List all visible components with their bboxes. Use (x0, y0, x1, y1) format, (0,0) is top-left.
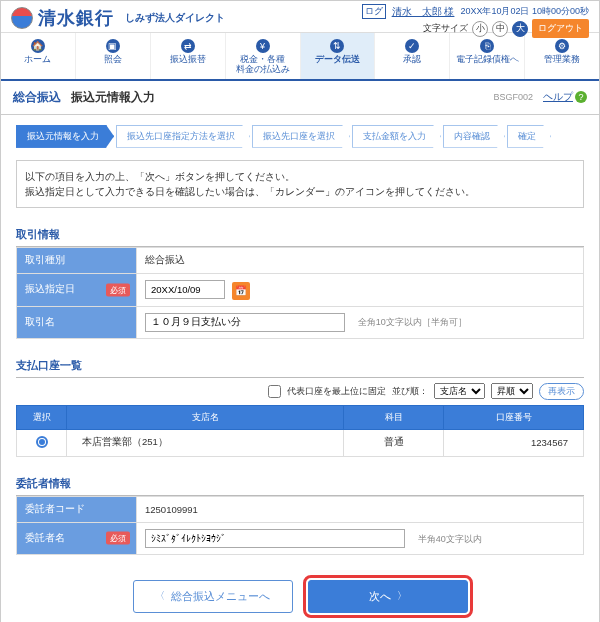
nav-item-3[interactable]: ¥税金・各種料金の払込み (226, 33, 301, 79)
step-5: 確定 (507, 125, 551, 148)
help-link[interactable]: ヘルプ? (543, 90, 587, 104)
service-name: しみず法人ダイレクト (125, 11, 225, 25)
step-2: 振込先口座を選択 (252, 125, 350, 148)
nav-icon: ⚙ (555, 39, 569, 53)
step-1: 振込先口座指定方法を選択 (116, 125, 250, 148)
nav-label: 承認 (377, 55, 447, 65)
step-4: 内容確認 (443, 125, 505, 148)
col-type: 科目 (344, 405, 444, 429)
client-code-label: 委託者コード (17, 496, 137, 522)
list-controls: 代表口座を最上位に固定 並び順： 支店名 昇順 再表示 (16, 378, 584, 405)
nav-label: データ伝送 (303, 55, 373, 65)
nav-icon: ¥ (256, 39, 270, 53)
bank-name: 清水銀行 (38, 6, 114, 30)
intro-line: 振込指定日として入力できる日を確認したい場合は、「カレンダー」のアイコンを押して… (25, 184, 575, 199)
logout-button[interactable]: ログアウト (532, 19, 589, 38)
nav-item-7[interactable]: ⚙管理業務 (525, 33, 599, 79)
user-badge: ログ (362, 4, 386, 19)
nav-label: 管理業務 (527, 55, 597, 65)
nav-label: 照会 (78, 55, 148, 65)
account-table: 選択 支店名 科目 口座番号 本店営業部（251） 普通 1234567 (16, 405, 584, 457)
section-title-account: 支払口座一覧 (16, 354, 584, 378)
font-size-control: 文字サイズ 小 中 大 ログアウト (423, 19, 589, 38)
required-badge: 必須 (106, 283, 130, 296)
nav-icon: ✓ (405, 39, 419, 53)
nav-icon: ⎘ (480, 39, 494, 53)
number-cell: 1234567 (444, 429, 584, 456)
header: 清水銀行 しみず法人ダイレクト ログ 清水 太郎 様 20XX年10月02日 1… (1, 1, 599, 32)
client-name-input[interactable] (145, 529, 405, 548)
nav-item-4[interactable]: ⇅データ伝送 (301, 33, 376, 79)
type-value: 総合振込 (137, 248, 584, 274)
nav-item-5[interactable]: ✓承認 (375, 33, 450, 79)
col-select: 選択 (17, 405, 67, 429)
datetime: 20XX年10月02日 10時00分00秒 (460, 5, 589, 18)
step-0: 振込元情報を入力 (16, 125, 114, 148)
section-title-transaction: 取引情報 (16, 223, 584, 247)
transaction-name-input[interactable] (145, 313, 345, 332)
nav-icon: ⇄ (181, 39, 195, 53)
intro-line: 以下の項目を入力の上、「次へ」ボタンを押してください。 (25, 169, 575, 184)
nav-item-6[interactable]: ⎘電子記録債権へ (450, 33, 525, 79)
calendar-icon[interactable]: 📅 (232, 282, 250, 300)
font-small-button[interactable]: 小 (472, 21, 488, 37)
nav-item-0[interactable]: 🏠ホーム (1, 33, 76, 79)
nav-icon: ⇅ (330, 39, 344, 53)
col-number: 口座番号 (444, 405, 584, 429)
transaction-table: 取引種別 総合振込 振込指定日 必須 📅 取引名 全角10文字以内［半角可］ (16, 247, 584, 338)
client-code-value: 1250109991 (137, 496, 584, 522)
sort-label: 並び順： (392, 385, 428, 398)
user-name-link[interactable]: 清水 太郎 様 (392, 5, 455, 19)
back-button[interactable]: 〈 総合振込メニューへ (133, 580, 293, 613)
date-label: 振込指定日 必須 (17, 274, 137, 306)
name-hint: 全角10文字以内［半角可］ (358, 317, 467, 327)
client-table: 委託者コード 1250109991 委託者名 必須 半角40文字以内 (16, 496, 584, 555)
step-indicator: 振込元情報を入力振込先口座指定方法を選択振込先口座を選択支払金額を入力内容確認確… (16, 125, 584, 148)
category: 総合振込 (13, 89, 61, 106)
fix-checkbox[interactable] (268, 385, 281, 398)
nav-label: 税金・各種料金の払込み (228, 55, 298, 75)
col-branch: 支店名 (67, 405, 344, 429)
page-title: 振込元情報入力 (71, 89, 155, 106)
name-label: 取引名 (17, 306, 137, 338)
required-badge: 必須 (106, 532, 130, 545)
nav-label: 電子記録債権へ (452, 55, 522, 65)
date-input[interactable] (145, 280, 225, 299)
table-row: 本店営業部（251） 普通 1234567 (17, 429, 584, 456)
step-3: 支払金額を入力 (352, 125, 441, 148)
nav-label: ホーム (3, 55, 73, 65)
font-large-button[interactable]: 大 (512, 21, 528, 37)
main-nav: 🏠ホーム▣照会⇄振込振替¥税金・各種料金の払込み⇅データ伝送✓承認⎘電子記録債権… (1, 32, 599, 81)
order-select[interactable]: 昇順 (491, 383, 533, 399)
account-radio[interactable] (36, 436, 48, 448)
logo: 清水銀行 しみず法人ダイレクト (11, 6, 225, 30)
reload-button[interactable]: 再表示 (539, 383, 584, 400)
nav-item-2[interactable]: ⇄振込振替 (151, 33, 226, 79)
type-label: 取引種別 (17, 248, 137, 274)
nav-label: 振込振替 (153, 55, 223, 65)
chevron-left-icon: 〈 (155, 589, 165, 603)
client-name-hint: 半角40文字以内 (418, 534, 482, 544)
next-button[interactable]: 次へ 〉 (308, 580, 468, 613)
title-bar: 総合振込 振込元情報入力 BSGF002 ヘルプ? (1, 81, 599, 115)
client-name-label: 委託者名 必須 (17, 522, 137, 554)
nav-icon: 🏠 (31, 39, 45, 53)
sort-select[interactable]: 支店名 (434, 383, 485, 399)
fix-label: 代表口座を最上位に固定 (287, 385, 386, 398)
font-size-label: 文字サイズ (423, 22, 468, 35)
button-row: 〈 総合振込メニューへ 次へ 〉 (16, 580, 584, 613)
nav-icon: ▣ (106, 39, 120, 53)
branch-cell: 本店営業部（251） (67, 429, 344, 456)
chevron-right-icon: 〉 (397, 589, 407, 603)
logo-icon (11, 7, 33, 29)
type-cell: 普通 (344, 429, 444, 456)
section-title-client: 委託者情報 (16, 472, 584, 496)
font-medium-button[interactable]: 中 (492, 21, 508, 37)
screen-code: BSGF002 (493, 92, 533, 102)
intro-box: 以下の項目を入力の上、「次へ」ボタンを押してください。 振込指定日として入力でき… (16, 160, 584, 208)
help-icon: ? (575, 91, 587, 103)
nav-item-1[interactable]: ▣照会 (76, 33, 151, 79)
user-info: ログ 清水 太郎 様 20XX年10月02日 10時00分00秒 (362, 4, 589, 19)
